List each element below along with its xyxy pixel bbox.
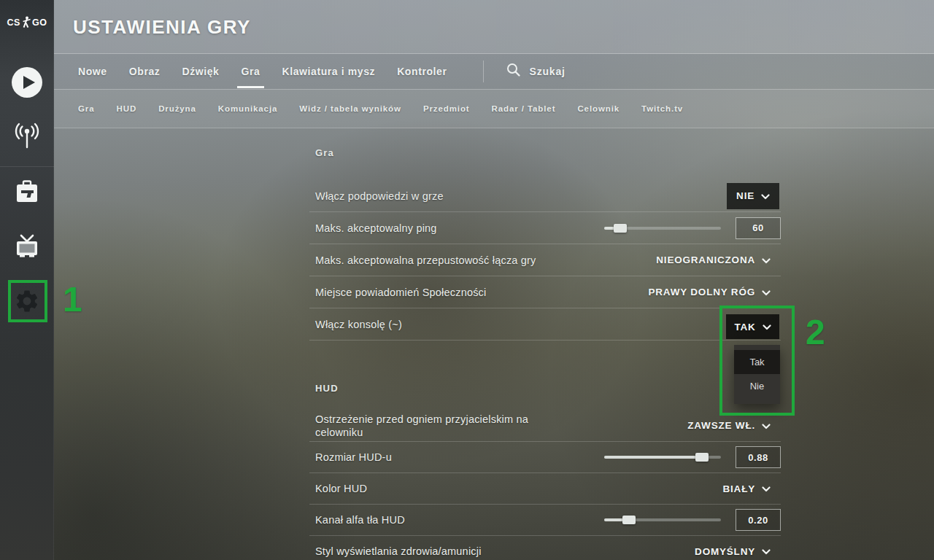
tab-gra[interactable]: Gra xyxy=(242,66,260,77)
setting-label: Kolor HUD xyxy=(315,482,367,495)
chevron-down-icon xyxy=(761,190,770,203)
setting-label: Miejsce powiadomień Społeczności xyxy=(315,286,487,299)
setting-label: Ostrzeżenie przed ogniem przyjacielskim … xyxy=(315,413,556,439)
setting-label: Styl wyświetlania zdrowia/amunicji xyxy=(315,545,482,558)
tab-obraz[interactable]: Obraz xyxy=(129,66,161,77)
chevron-down-icon xyxy=(762,545,771,558)
tab-kontroler[interactable]: Kontroler xyxy=(397,66,447,77)
chevron-down-icon xyxy=(762,286,771,299)
hud-alpha-value-box[interactable]: 0.20 xyxy=(736,509,781,531)
search-label: Szukaj xyxy=(530,66,566,77)
dropdown-value: PRAWY DOLNY RÓG xyxy=(648,287,755,298)
broadcast-icon xyxy=(13,122,41,154)
loadout-briefcase-icon xyxy=(13,179,41,207)
dropdown-ostrzezenie[interactable]: ZAWSZE WŁ. xyxy=(687,419,781,432)
sidebar-item-watch[interactable] xyxy=(0,233,54,262)
section-title-gra: Gra xyxy=(309,141,781,163)
subtab-gra[interactable]: Gra xyxy=(78,104,95,113)
dropdown-styl[interactable]: DOMYŚLNY xyxy=(695,545,781,558)
chevron-down-icon xyxy=(762,419,771,432)
dropdown-value: ZAWSZE WŁ. xyxy=(687,420,755,431)
ping-slider[interactable] xyxy=(604,224,721,233)
hud-size-value-box[interactable]: 0.88 xyxy=(736,446,781,468)
slider-handle[interactable] xyxy=(695,453,709,462)
ping-value: 60 xyxy=(752,222,763,233)
setting-label: Kanał alfa tła HUD xyxy=(315,513,405,526)
csgo-soldier-glyph xyxy=(22,16,31,28)
dropdown-value: NIEOGRANICZONA xyxy=(656,254,755,265)
chevron-down-icon xyxy=(762,254,771,267)
slider-handle[interactable] xyxy=(614,224,627,233)
dropdown-podpowiedzi[interactable]: NIE xyxy=(727,183,779,209)
setting-row-ostrzezenie: Ostrzeżenie przed ogniem przyjacielskim … xyxy=(309,410,781,442)
annotation-number-1: 1 xyxy=(63,282,82,317)
search-icon xyxy=(506,63,521,80)
sub-tab-bar: Gra HUD Drużyna Komunikacja Widz / tabel… xyxy=(54,90,934,128)
setting-label: Rozmiar HUD-u xyxy=(315,451,392,464)
setting-row-powiadomienia: Miejsce powiadomień Społeczności PRAWY D… xyxy=(309,276,781,308)
tab-dzwiek[interactable]: Dźwięk xyxy=(182,66,219,77)
sidebar-divider xyxy=(0,166,54,167)
csgo-logo: CS GO xyxy=(0,16,54,28)
chevron-down-icon xyxy=(762,482,771,495)
main-tab-bar: Nowe Obraz Dźwięk Gra Klawiatura i mysz … xyxy=(54,54,934,90)
subtab-twitch[interactable]: Twitch.tv xyxy=(641,104,683,113)
hud-size-slider[interactable] xyxy=(604,453,721,462)
dropdown-powiadomienia[interactable]: PRAWY DOLNY RÓG xyxy=(648,286,781,299)
setting-row-konsola: Włącz konsolę (~) TAK Tak Nie xyxy=(309,308,781,341)
section-title-hud: HUD xyxy=(309,377,781,399)
setting-label: Włącz podpowiedzi w grze xyxy=(315,190,444,203)
ping-value-box[interactable]: 60 xyxy=(736,217,781,239)
search-control[interactable]: Szukaj xyxy=(483,61,566,82)
setting-label: Maks. akceptowalny ping xyxy=(315,222,437,235)
slider-fill xyxy=(604,456,702,459)
dropdown-value: DOMYŚLNY xyxy=(695,546,755,557)
annotation-box-1 xyxy=(8,280,47,322)
logo-go-text: GO xyxy=(32,18,47,28)
sidebar-item-play[interactable] xyxy=(0,66,54,101)
hud-alpha-value: 0.20 xyxy=(748,515,768,526)
setting-row-rozmiar-hud: Rozmiar HUD-u 0.88 xyxy=(309,442,781,473)
hud-size-value: 0.88 xyxy=(748,452,768,463)
tab-nowe[interactable]: Nowe xyxy=(78,66,107,77)
tab-klawiatura[interactable]: Klawiatura i mysz xyxy=(282,66,375,77)
dropdown-przepustowosc[interactable]: NIEOGRANICZONA xyxy=(656,254,781,267)
play-icon xyxy=(11,66,43,101)
subtab-komunikacja[interactable]: Komunikacja xyxy=(218,104,277,113)
dropdown-kolor-hud[interactable]: BIAŁY xyxy=(723,482,781,495)
subtab-celownik[interactable]: Celownik xyxy=(577,104,620,113)
setting-row-podpowiedzi: Włącz podpowiedzi w grze NIE xyxy=(309,180,781,212)
sidebar-item-broadcast[interactable] xyxy=(0,122,54,154)
dropdown-value: NIE xyxy=(736,190,754,201)
subtab-przedmiot[interactable]: Przedmiot xyxy=(423,104,470,113)
subtab-druzyna[interactable]: Drużyna xyxy=(158,104,196,113)
setting-row-kolor-hud: Kolor HUD BIAŁY xyxy=(309,473,781,505)
setting-row-ping: Maks. akceptowalny ping 60 xyxy=(309,212,781,244)
slider-handle[interactable] xyxy=(622,516,636,524)
subtab-radar[interactable]: Radar / Tablet xyxy=(492,104,556,113)
annotation-box-2 xyxy=(719,306,795,416)
csgo-settings-screen: USTAWIENIA GRY Nowe Obraz Dźwięk Gra Kla… xyxy=(0,0,934,560)
sidebar-item-loadout[interactable] xyxy=(0,179,54,207)
setting-label: Maks. akceptowalna przepustowość łącza g… xyxy=(315,254,536,267)
hud-alpha-slider[interactable] xyxy=(604,516,721,524)
dropdown-value: BIAŁY xyxy=(723,483,756,494)
page-title: USTAWIENIA GRY xyxy=(73,0,251,54)
tv-icon xyxy=(12,233,42,262)
setting-row-kanal-alfa: Kanał alfa tła HUD 0.20 xyxy=(309,505,781,536)
setting-row-styl: Styl wyświetlania zdrowia/amunicji DOMYŚ… xyxy=(309,536,781,560)
annotation-number-2: 2 xyxy=(806,315,825,350)
settings-panel: Gra Włącz podpowiedzi w grze NIE Maks. a… xyxy=(309,128,781,560)
setting-label: Włącz konsolę (~) xyxy=(315,318,402,331)
logo-cs-text: CS xyxy=(7,18,20,28)
subtab-hud[interactable]: HUD xyxy=(117,104,137,113)
setting-row-przepustowosc: Maks. akceptowalna przepustowość łącza g… xyxy=(309,244,781,276)
subtab-widz[interactable]: Widz / tabela wyników xyxy=(299,104,401,113)
